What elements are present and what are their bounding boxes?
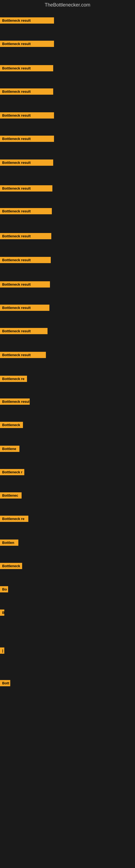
bottleneck-badge-7[interactable]: Bottleneck result — [0, 159, 53, 166]
bottleneck-badge-22[interactable]: Bottleneck re — [0, 516, 28, 522]
bottleneck-badge-6[interactable]: Bottleneck result — [0, 135, 54, 142]
bottleneck-badge-27[interactable]: | — [0, 648, 4, 654]
bottleneck-badge-15[interactable]: Bottleneck result — [0, 352, 46, 358]
bottleneck-badge-21[interactable]: Bottlenec — [0, 492, 21, 499]
bottleneck-badge-13[interactable]: Bottleneck result — [0, 305, 49, 311]
bottleneck-badge-1[interactable]: Bottleneck result — [0, 18, 54, 24]
bottleneck-badge-14[interactable]: Bottleneck result — [0, 328, 48, 334]
bottleneck-badge-2[interactable]: Bottleneck result — [0, 41, 54, 47]
bottleneck-badge-4[interactable]: Bottleneck result — [0, 88, 53, 95]
bottleneck-badge-26[interactable]: B — [0, 610, 4, 616]
bottleneck-badge-28[interactable]: Bott — [0, 680, 10, 686]
bottleneck-badge-5[interactable]: Bottleneck result — [0, 112, 54, 119]
bottleneck-badge-20[interactable]: Bottleneck r — [0, 469, 24, 475]
bottleneck-badge-25[interactable]: Bo — [0, 586, 8, 592]
bottleneck-badge-24[interactable]: Bottleneck — [0, 563, 22, 569]
bottleneck-badge-23[interactable]: Bottlen — [0, 539, 18, 546]
bottleneck-badge-17[interactable]: Bottleneck resul — [0, 399, 30, 405]
bottleneck-badge-3[interactable]: Bottleneck result — [0, 65, 53, 71]
bottleneck-badge-9[interactable]: Bottleneck result — [0, 208, 52, 214]
bottleneck-badge-19[interactable]: Bottlene — [0, 446, 19, 452]
bottleneck-badge-16[interactable]: Bottleneck re — [0, 376, 27, 382]
bottleneck-badge-11[interactable]: Bottleneck result — [0, 257, 51, 263]
bottleneck-badge-12[interactable]: Bottleneck result — [0, 281, 50, 287]
bottleneck-badge-8[interactable]: Bottleneck result — [0, 185, 52, 191]
bottleneck-badge-10[interactable]: Bottleneck result — [0, 233, 51, 239]
site-title: TheBottlenecker.com — [0, 0, 135, 10]
bottleneck-badge-18[interactable]: Bottleneck — [0, 422, 23, 428]
